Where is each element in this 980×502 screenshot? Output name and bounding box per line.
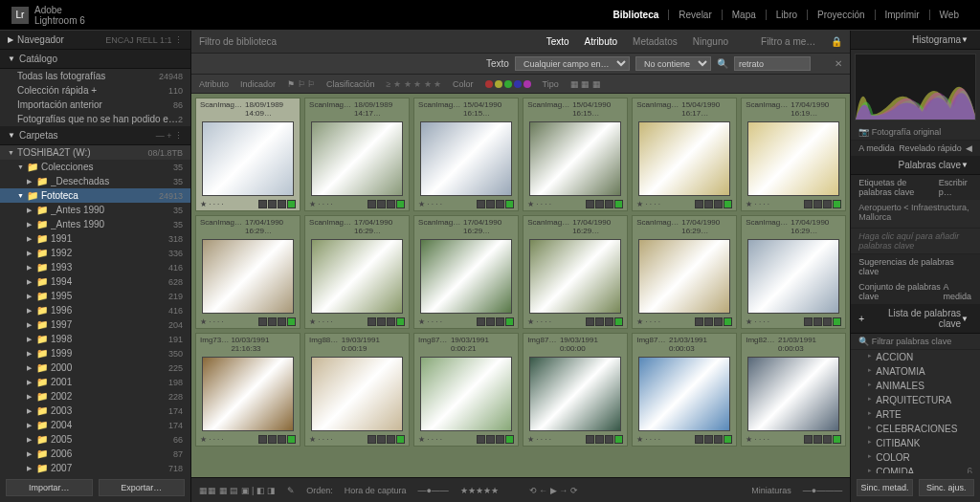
- disk-item[interactable]: ▼ TOSHIBA2T (W:) 08/1.8TB: [0, 145, 190, 160]
- nav-proyección[interactable]: Proyección: [808, 10, 875, 20]
- folder-item[interactable]: ▶📁2000225: [0, 360, 190, 375]
- nav-revelar[interactable]: Revelar: [669, 10, 722, 20]
- filtrar-kw-row[interactable]: 🔍 Filtrar palabras clave: [851, 334, 980, 350]
- badge-icons[interactable]: [258, 435, 296, 444]
- palabras-header[interactable]: Palabras clave ▼: [851, 156, 980, 175]
- folder-item[interactable]: ▶📁2007718: [0, 461, 190, 473]
- flag-icons[interactable]: ⚑ ⚐ ⚐: [287, 79, 315, 89]
- catalogo-item[interactable]: Todas las fotografías24948: [0, 69, 190, 83]
- keyword-item[interactable]: ▸ARQUITECTURA: [851, 393, 980, 407]
- keyword-item[interactable]: ▸ARTE: [851, 407, 980, 422]
- rating-star[interactable]: ★ · · · ·: [746, 435, 769, 444]
- view-mode-icons[interactable]: ▦▦ ▦ ▤ ▣ | ◧ ◨: [199, 486, 276, 495]
- folder-item[interactable]: ▶📁1999350: [0, 346, 190, 360]
- badge-icons[interactable]: [804, 200, 841, 208]
- color-blue[interactable]: [514, 80, 522, 88]
- thumbnail-cell[interactable]: Img825.tif21/03/1991 0:00:03★ · · · ·: [741, 333, 846, 447]
- keyword-item[interactable]: ▸ANATOMIA: [851, 364, 980, 379]
- navegador-header[interactable]: ▶ Navegador ENCAJ RELL 1:1 ⋮: [0, 31, 190, 50]
- painter-icon[interactable]: ✎: [287, 486, 295, 495]
- rating-star[interactable]: ★ · · · ·: [527, 435, 551, 444]
- rating-filter[interactable]: ≥ ★ ★ ★ ★ ★: [387, 79, 441, 89]
- folder-item[interactable]: ▶📁1997204: [0, 317, 190, 332]
- folder-item[interactable]: ▶📁1994628: [0, 274, 190, 289]
- folder-item[interactable]: ▶📁2001198: [0, 375, 190, 389]
- badge-icons[interactable]: [258, 200, 296, 208]
- thumbnail-cell[interactable]: Img877.tif19/03/1991 0:00:21★ · · · ·: [413, 333, 519, 447]
- thumbnail-cell[interactable]: ScanImage016.tif17/04/1990 16:29…★ · · ·…: [195, 215, 301, 329]
- folder-item[interactable]: ▶📁1995219: [0, 289, 190, 303]
- color-yellow[interactable]: [495, 80, 502, 88]
- thumbnail-grid-area[interactable]: ScanImage025.tif18/09/1989 14:09…★ · · ·…: [191, 94, 850, 477]
- badge-icons[interactable]: [586, 435, 623, 444]
- thumbnail-cell[interactable]: Img732.tif10/03/1991 21:16:33★ · · · ·: [195, 333, 301, 447]
- badge-icons[interactable]: [368, 317, 405, 326]
- nav-web[interactable]: Web: [930, 10, 969, 20]
- import-button[interactable]: Importar…: [6, 479, 93, 496]
- nav-libro[interactable]: Libro: [767, 10, 808, 20]
- revelado-header[interactable]: A medidaRevelado rápido ◀: [851, 141, 980, 156]
- carpetas-controls[interactable]: — + ⋮: [156, 131, 183, 141]
- keyword-item[interactable]: ▸CITIBANK: [851, 436, 980, 450]
- thumbnail-cell[interactable]: ScanImage025.tif18/09/1989 14:09…★ · · ·…: [195, 98, 301, 211]
- catalogo-item[interactable]: Importación anterior86: [0, 98, 190, 112]
- badge-icons[interactable]: [368, 435, 405, 444]
- filter-value-input[interactable]: [734, 56, 811, 71]
- color-red[interactable]: [485, 80, 493, 88]
- badge-icons[interactable]: [804, 317, 841, 326]
- sinc-ajus-button[interactable]: Sinc. ajus.: [919, 479, 974, 496]
- folder-item[interactable]: ▼📁Fototeca24913: [0, 188, 190, 203]
- thumbnail-cell[interactable]: ScanImage024.tif17/04/1990 16:29…★ · · ·…: [741, 215, 846, 329]
- rating-star[interactable]: ★ · · · ·: [527, 200, 551, 208]
- foto-original-row[interactable]: 📷 Fotografía original: [851, 124, 980, 141]
- folder-item[interactable]: ▶📁_Antes 199035: [0, 217, 190, 231]
- lock-icon[interactable]: 🔒: [831, 36, 842, 47]
- badge-icons[interactable]: [477, 317, 514, 326]
- badge-icons[interactable]: [695, 317, 732, 326]
- nav-mapa[interactable]: Mapa: [723, 10, 767, 20]
- rating-star[interactable]: ★ · · · ·: [309, 435, 333, 444]
- color-filter[interactable]: [485, 80, 531, 88]
- folder-item[interactable]: ▶📁2002228: [0, 389, 190, 404]
- keyword-item[interactable]: ▸ANIMALES: [851, 379, 980, 393]
- thumbnail-cell[interactable]: Img884.tif19/03/1991 0:00:19★ · · · ·: [304, 333, 410, 447]
- rating-star[interactable]: ★ · · · ·: [418, 317, 442, 326]
- folder-item[interactable]: ▶📁1996416: [0, 303, 190, 317]
- folder-item[interactable]: ▶📁200687: [0, 447, 190, 461]
- badge-icons[interactable]: [695, 200, 732, 208]
- badge-icons[interactable]: [695, 435, 732, 444]
- nav-imprimir[interactable]: Imprimir: [876, 10, 930, 20]
- sinc-metad-button[interactable]: Sinc. metad.: [857, 479, 912, 496]
- badge-icons[interactable]: [477, 435, 514, 444]
- folder-item[interactable]: ▶📁1993416: [0, 260, 190, 274]
- thumbnail-cell[interactable]: ScanImage017.tif15/04/1990 16:17…★ · · ·…: [632, 98, 737, 211]
- rating-star[interactable]: ★ · · · ·: [636, 435, 660, 444]
- filter-tab-ninguno[interactable]: Ninguno: [689, 34, 732, 49]
- folder-item[interactable]: ▶📁1992336: [0, 246, 190, 260]
- keyword-item[interactable]: ▸COLOR: [851, 450, 980, 465]
- catalogo-item[interactable]: Fotografías que no se han podido exp…2: [0, 112, 190, 126]
- rating-star[interactable]: ★ · · · ·: [636, 317, 660, 326]
- filter-tab-atributo[interactable]: Atributo: [581, 34, 621, 49]
- filter-tab-metadatos[interactable]: Metadatos: [629, 34, 681, 49]
- rating-toolbar[interactable]: ★★★★★: [460, 486, 499, 495]
- thumbnail-cell[interactable]: Img877.tif21/03/1991 0:00:03★ · · · ·: [632, 333, 737, 447]
- filter-tab-texto[interactable]: Texto: [543, 34, 573, 49]
- thumbnail-cell[interactable]: ScanImage011.tif15/04/1990 16:15…★ · · ·…: [413, 98, 519, 211]
- slider-icon[interactable]: —●——: [417, 486, 448, 495]
- rating-star[interactable]: ★ · · · ·: [309, 317, 333, 326]
- keyword-add-input[interactable]: Haga clic aquí para añadir palabras clav…: [851, 229, 980, 254]
- thumbnail-cell[interactable]: ScanImage018.tif17/04/1990 16:29…★ · · ·…: [413, 215, 519, 329]
- badge-icons[interactable]: [586, 200, 623, 208]
- color-purple[interactable]: [523, 80, 531, 88]
- rating-star[interactable]: ★ · · · ·: [309, 200, 333, 208]
- rating-star[interactable]: ★ · · · ·: [527, 317, 551, 326]
- thumbnail-cell[interactable]: ScanImage026.tif18/09/1989 14:17…★ · · ·…: [304, 98, 410, 211]
- badge-icons[interactable]: [258, 317, 296, 326]
- rating-star[interactable]: ★ · · · ·: [746, 317, 769, 326]
- badge-icons[interactable]: [586, 317, 623, 326]
- thumbnail-cell[interactable]: ScanImage017.tif17/04/1990 16:29…★ · · ·…: [304, 215, 410, 329]
- thumbnail-cell[interactable]: ScanImage019.tif17/04/1990 16:29…★ · · ·…: [523, 215, 628, 329]
- histograma-header[interactable]: Histograma ▼: [851, 31, 980, 50]
- keyword-current[interactable]: Aeropuerto < Infraestructura, Mallorca: [851, 200, 980, 229]
